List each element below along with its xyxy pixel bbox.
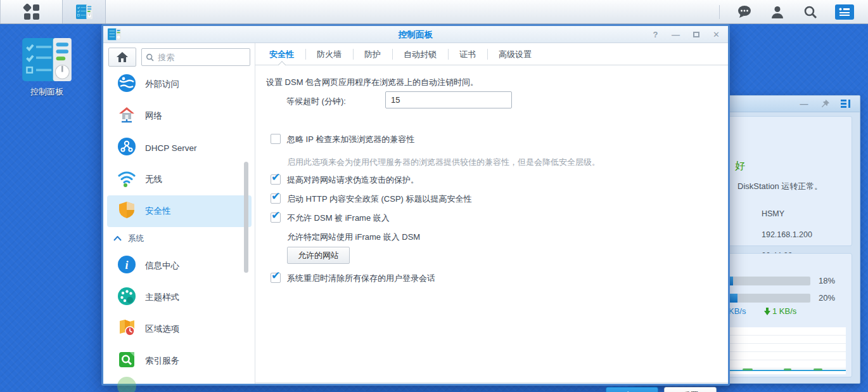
index-icon xyxy=(117,350,136,372)
server-name-value: HSMY xyxy=(762,209,784,218)
sidebar-item-label: 安全性 xyxy=(145,206,171,217)
sidebar-item-regional-options[interactable]: 区域选项 xyxy=(107,313,252,345)
checkbox-label: 启动 HTTP 内容安全政策 (CSP) 标题以提高安全性 xyxy=(287,193,472,205)
widget-panel-icon[interactable] xyxy=(841,99,851,109)
ram-usage-percent: 20% xyxy=(819,293,835,303)
sidebar-item-label: 外部访问 xyxy=(145,79,179,90)
sidebar-item-external-access[interactable]: 外部访问 xyxy=(107,69,252,100)
sidebar-item-label: 区域选项 xyxy=(145,323,179,335)
sidebar-item-indexing-service[interactable]: 索引服务 xyxy=(107,345,252,377)
globe-icon xyxy=(117,74,136,95)
window-titlebar[interactable]: 控制面板 ? — ✕ xyxy=(103,26,728,43)
maximize-button[interactable] xyxy=(691,29,701,40)
reset-button[interactable]: 重置 xyxy=(664,387,717,392)
desktop-shortcut-label: 控制面板 xyxy=(18,86,76,98)
sidebar-item-label: 索引服务 xyxy=(145,355,179,367)
sidebar-item-network[interactable]: 网络 xyxy=(107,100,252,132)
checkbox-row-csp: 启动 HTTP 内容安全政策 (CSP) 标题以提高安全性 xyxy=(271,193,472,205)
footer-divider xyxy=(255,382,728,383)
sidebar-item-label: 信息中心 xyxy=(145,260,179,271)
sidebar-items: 外部访问 网络 DHCP Server xyxy=(103,69,255,384)
tab-auto-block[interactable]: 自动封锁 xyxy=(392,43,448,65)
ignore-ip-checkbox[interactable] xyxy=(271,134,281,144)
tab-protection[interactable]: 防护 xyxy=(353,43,392,65)
network-home-icon xyxy=(117,105,136,127)
close-button[interactable]: ✕ xyxy=(711,29,722,40)
tab-advanced[interactable]: 高级设置 xyxy=(487,43,543,65)
checkbox-label: 不允许 DSM 被 iFrame 嵌入 xyxy=(287,212,390,224)
palette-icon xyxy=(117,287,136,308)
sidebar-item-theme[interactable]: 主题样式 xyxy=(107,282,252,313)
tab-firewall[interactable]: 防火墙 xyxy=(305,43,353,65)
cpu-usage-percent: 18% xyxy=(819,276,835,285)
sidebar-item-wireless[interactable]: 无线 xyxy=(107,164,252,195)
taskbar-control-panel-button[interactable] xyxy=(62,0,106,23)
sidebar-section-system[interactable]: 系统 xyxy=(103,227,255,250)
taskbar xyxy=(0,0,868,24)
taskbar-right-icons xyxy=(719,0,868,23)
widgets-icon[interactable] xyxy=(835,4,854,20)
search-box[interactable] xyxy=(141,48,250,66)
taskbar-right-separator xyxy=(719,5,720,19)
region-icon xyxy=(117,318,136,340)
sidebar-item-partial-icon xyxy=(117,377,136,392)
main-menu-button[interactable] xyxy=(1,0,62,23)
sidebar-item-dhcp-server[interactable]: DHCP Server xyxy=(107,132,252,164)
content-area: 安全性 防火墙 防护 自动封锁 证书 高级设置 设置 DSM 包含网页应用程序在… xyxy=(255,43,728,384)
pane-description: 设置 DSM 包含网页应用程序在浏览器上的自动注销时间。 xyxy=(266,77,478,88)
sidebar-toolbar xyxy=(103,43,255,71)
search-icon[interactable] xyxy=(802,4,819,20)
svg-text:i: i xyxy=(125,259,128,271)
sidebar-item-info-center[interactable]: i 信息中心 xyxy=(107,250,252,282)
chat-icon[interactable] xyxy=(736,4,753,20)
timeout-input[interactable] xyxy=(385,91,512,108)
sidebar-item-security[interactable]: 安全性 xyxy=(107,195,252,227)
search-icon xyxy=(146,53,154,62)
down-arrow-icon xyxy=(764,308,770,315)
health-status-highlight: 好 xyxy=(735,160,745,173)
desktop: 控制面板 — 好 DiskStation 运转正常。 HSMY 192.168.… xyxy=(0,0,868,392)
checkbox-row-iframe: 不允许 DSM 被 iFrame 嵌入 xyxy=(271,212,390,224)
chevron-up-icon xyxy=(113,236,122,241)
info-icon: i xyxy=(117,255,136,277)
main-menu-icon xyxy=(24,4,39,20)
apply-button[interactable]: 应用 xyxy=(606,387,658,392)
csrf-protection-checkbox[interactable] xyxy=(271,174,281,185)
sidebar-item-label: 主题样式 xyxy=(145,292,179,303)
desktop-control-panel-shortcut[interactable]: 控制面板 xyxy=(18,38,76,98)
sidebar: 外部访问 网络 DHCP Server xyxy=(103,43,255,384)
sidebar-item-label: DHCP Server xyxy=(145,143,197,153)
tab-certificate[interactable]: 证书 xyxy=(448,43,487,65)
allowed-sites-button[interactable]: 允许的网站 xyxy=(287,247,350,264)
user-icon[interactable] xyxy=(769,4,786,20)
sidebar-section-label: 系统 xyxy=(128,233,144,244)
checkbox-label: 忽略 IP 检查来加强浏览器的兼容性 xyxy=(287,134,414,145)
security-pane: 设置 DSM 包含网页应用程序在浏览器上的自动注销时间。 等候超时 (分钟): … xyxy=(255,65,728,384)
window-title: 控制面板 xyxy=(103,26,728,43)
clear-sessions-checkbox[interactable] xyxy=(271,273,281,283)
widget-minimize-icon[interactable]: — xyxy=(799,99,809,109)
checkbox-row-clear-sessions: 系统重启时清除所有保存的用户登录会话 xyxy=(271,273,435,284)
deny-iframe-checkbox[interactable] xyxy=(271,212,281,223)
home-icon xyxy=(116,51,129,63)
checkbox-label: 系统重启时清除所有保存的用户登录会话 xyxy=(287,273,435,284)
wifi-icon xyxy=(117,169,136,190)
shield-icon xyxy=(117,200,136,222)
search-input[interactable] xyxy=(158,53,246,62)
pin-icon[interactable] xyxy=(820,99,830,109)
minimize-button[interactable]: — xyxy=(670,29,681,40)
health-status-text: DiskStation 运转正常。 xyxy=(737,181,822,192)
help-button[interactable]: ? xyxy=(650,29,661,40)
timeout-label: 等候超时 (分钟): xyxy=(286,96,346,107)
checkbox-row-ignore-ip: 忽略 IP 检查来加强浏览器的兼容性 xyxy=(271,134,414,145)
control-panel-app-icon xyxy=(18,38,76,81)
control-panel-window: 控制面板 ? — ✕ xyxy=(101,24,730,386)
home-button[interactable] xyxy=(108,48,136,67)
sidebar-scrollbar[interactable] xyxy=(244,162,248,273)
csp-header-checkbox[interactable] xyxy=(271,193,281,204)
tab-security[interactable]: 安全性 xyxy=(258,43,305,65)
checkbox-row-csrf: 提高对跨网站请求伪造攻击的保护。 xyxy=(271,174,419,186)
control-panel-app-icon xyxy=(76,4,93,19)
sidebar-item-label: 网络 xyxy=(145,110,162,122)
ignore-ip-hint: 启用此选项来会为使用代理服务器的浏览器提供较佳的兼容性，但是会降低安全层级。 xyxy=(287,157,600,168)
